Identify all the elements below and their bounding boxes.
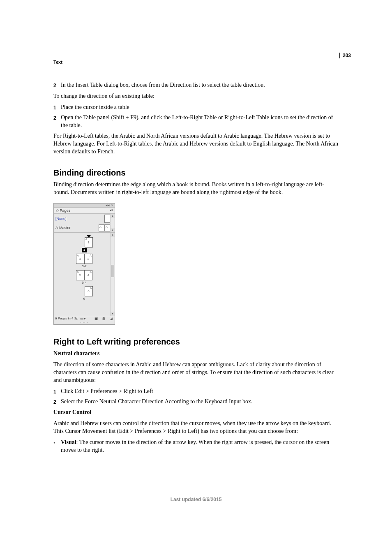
step-number: 1 [53,388,61,395]
list-item: 1 Click Edit > Preferences > Right to Le… [53,388,339,395]
change-existing-table-steps: 1 Place the cursor inside a table 2 Open… [53,104,339,130]
master-a-row[interactable]: A-Master A A [55,224,113,232]
option-desc: : The cursor moves in the direction of t… [61,439,329,453]
master-none-row[interactable]: [None] [55,214,113,224]
pages-panel: ◂◂ × ◇ Pages ▾≡ [None] A-Master A [53,203,115,325]
panel-tab[interactable]: ◇ Pages ▾≡ [54,208,115,214]
scroll-thumb[interactable] [111,265,114,277]
master-badge: A [77,254,79,257]
step-number: 2 [53,81,61,89]
spread-label-2: 3-2 [54,264,115,269]
step-text: In the Insert Table dialog box, choose f… [61,81,339,89]
page-thumb-5[interactable]: A 5 [76,270,84,280]
page-number-thumb: 5 [79,273,81,277]
heading-rtl-preferences: Right to Left writing preferences [53,336,339,347]
step-number: 2 [53,398,61,406]
page-content: 2 In the Insert Table dialog box, choose… [53,81,339,458]
master-badge: A [77,271,79,273]
close-icon[interactable]: × [111,204,113,207]
master-a-label: A-Master [55,225,71,230]
page-number: 203 [339,53,351,58]
figure-pages-panel: ◂◂ × ◇ Pages ▾≡ [None] A-Master A [53,203,339,325]
collapse-icon[interactable]: ◂◂ [106,204,110,207]
subheading-cursor-control: Cursor Control [53,409,339,416]
spread-2[interactable]: A 3 A 2 [54,254,115,264]
resize-grip-icon[interactable]: ◢ [108,317,113,321]
list-item: 2 Open the Table panel (Shift + F9), and… [53,114,339,130]
step-number: 1 [53,104,61,111]
page-number-thumb: 6 [88,289,89,293]
step-text: Select the Force Neutral Character Direc… [61,398,339,406]
paragraph: For Right-to-Left tables, the Arabic and… [53,132,339,156]
paragraph: To change the direction of an existing t… [53,92,339,100]
page-number-text: 203 [343,53,351,58]
page-thumb-4[interactable]: A 4 [84,270,92,280]
pages-body: A 1 1 A 3 A 2 [54,233,115,316]
delete-page-icon[interactable]: 🗑 [101,317,106,321]
page-number-thumb: 3 [79,257,81,261]
page-number-thumb: 4 [88,273,89,277]
scroll-up-icon[interactable]: ▴ [111,233,115,237]
scroll-down-icon[interactable]: ▾ [111,312,115,316]
status-text: 6 Pages in 4 Sp [55,317,78,321]
page-thumb-1[interactable]: A 1 [85,237,93,247]
list-item: • Visual: The cursor moves in the direct… [53,439,339,454]
subheading-neutral: Neutral characters [53,350,339,358]
spread-4[interactable]: A 6 [54,286,115,296]
neutral-characters-steps: 1 Click Edit > Preferences > Right to Le… [53,388,339,406]
master-none-label: [None] [55,216,67,221]
panel-menu-icon[interactable]: ▾≡ [110,208,113,213]
new-page-icon[interactable]: ▣ [94,317,99,321]
panel-bottom-grip[interactable]: ······ [54,321,115,324]
page-thumb-3[interactable]: A 3 [76,254,84,264]
master-a-thumb-left[interactable]: A [99,224,105,231]
master-badge: A [85,238,88,240]
bullet-icon: • [53,439,61,454]
insert-table-steps-continued: 2 In the Insert Table dialog box, choose… [53,81,339,89]
step-text: Click Edit > Preferences > Right to Left [61,388,339,395]
master-badge: A [90,254,92,257]
list-item: 2 Select the Force Neutral Character Dir… [53,398,339,406]
step-text: Place the cursor inside a table [61,104,339,111]
masters-scrollbar[interactable]: ▴ ▾ [110,214,115,232]
masters-section: [None] A-Master A A ▴ ▾ [54,214,115,233]
step-text: Open the Table panel (Shift + F9), and c… [61,114,339,130]
running-header: Text [53,60,62,65]
page-footer: Last updated 6/6/2015 [0,497,392,502]
spread-3[interactable]: A 5 A 4 [54,270,115,280]
spread-label-4: 6 [54,297,115,301]
list-item: 2 In the Insert Table dialog box, choose… [53,81,339,89]
page-number-thumb: 2 [88,257,89,261]
page-number-thumb: 1 [88,240,89,244]
paragraph: Binding direction determines the edge al… [53,181,339,197]
heading-binding-directions: Binding directions [53,167,339,178]
page-thumb-2[interactable]: A 2 [84,254,92,264]
paragraph: Arabic and Hebrew users can control the … [53,420,339,435]
option-name: Visual [61,439,76,445]
scroll-down-icon[interactable]: ▾ [111,228,115,232]
spread-label-3: 5-4 [54,281,115,285]
scroll-up-icon[interactable]: ▴ [111,214,115,218]
master-badge: A [90,271,92,273]
step-number: 2 [53,114,61,130]
panel-titlebar[interactable]: ◂◂ × [54,204,115,208]
cursor-options-list: • Visual: The cursor moves in the direct… [53,439,339,454]
bullet-text: Visual: The cursor moves in the directio… [61,439,339,454]
spread-label-1: 1 [54,248,115,252]
list-item: 1 Place the cursor inside a table [53,104,339,111]
page: 203 Text 2 In the Insert Table dialog bo… [0,0,392,555]
paragraph: The direction of some characters in Arab… [53,361,339,384]
pages-scrollbar[interactable]: ▴ ▾ [110,233,115,316]
panel-tab-label: ◇ Pages [56,208,70,213]
spread-1[interactable]: A 1 [54,237,115,247]
page-thumb-6[interactable]: A 6 [85,286,93,296]
master-badge: A [90,287,92,289]
